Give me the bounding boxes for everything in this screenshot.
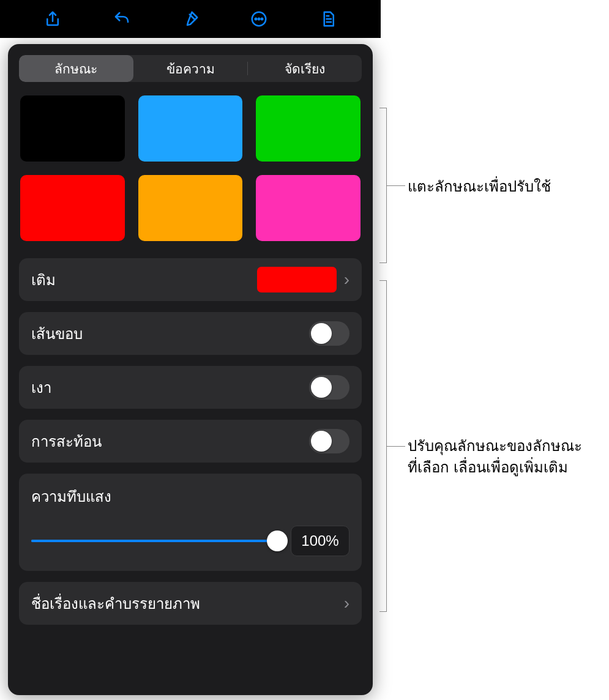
tab-style[interactable]: ลักษณะ xyxy=(19,55,133,82)
document-settings-icon[interactable] xyxy=(318,9,338,29)
format-tabs: ลักษณะ ข้อความ จัดเรียง xyxy=(19,55,362,82)
tab-arrange[interactable]: จัดเรียง xyxy=(247,55,362,82)
callout-bottom: ปรับคุณลักษณะของลักษณะ ที่เลือก เลื่อนเพ… xyxy=(408,436,582,478)
tab-text[interactable]: ข้อความ xyxy=(133,55,248,82)
swatch-magenta[interactable] xyxy=(256,175,361,241)
shadow-row: เงา xyxy=(19,366,362,409)
chevron-right-icon: › xyxy=(344,270,349,289)
border-row: เส้นขอบ xyxy=(19,312,362,355)
reflection-row: การสะท้อน xyxy=(19,420,362,463)
title-caption-label: ชื่อเรื่องและคำบรรยายภาพ xyxy=(31,592,337,616)
format-popover: ลักษณะ ข้อความ จัดเรียง เติม › xyxy=(8,44,373,695)
fill-swatch xyxy=(257,267,337,292)
fill-row[interactable]: เติม › xyxy=(19,258,362,301)
fill-label: เติม xyxy=(31,268,257,292)
undo-icon[interactable] xyxy=(111,9,132,29)
border-toggle[interactable] xyxy=(309,321,349,346)
border-label: เส้นขอบ xyxy=(31,322,309,346)
svg-point-3 xyxy=(261,18,263,20)
reflection-toggle[interactable] xyxy=(309,429,349,453)
share-icon[interactable] xyxy=(42,9,63,29)
shadow-toggle[interactable] xyxy=(309,375,349,400)
opacity-value: 100% xyxy=(291,526,349,556)
swatch-black[interactable] xyxy=(20,95,125,162)
opacity-section: ความทึบแสง 100% xyxy=(19,474,362,571)
chevron-right-icon: › xyxy=(344,594,349,613)
swatch-blue[interactable] xyxy=(138,95,243,162)
shadow-label: เงา xyxy=(31,376,309,400)
reflection-label: การสะท้อน xyxy=(31,430,309,453)
svg-point-1 xyxy=(255,18,257,20)
callout-top: แตะลักษณะเพื่อปรับใช้ xyxy=(408,176,551,198)
format-brush-icon[interactable] xyxy=(180,9,201,29)
top-toolbar xyxy=(0,0,381,38)
svg-point-2 xyxy=(258,18,260,20)
swatch-green[interactable] xyxy=(256,95,361,162)
annotation-layer: แตะลักษณะเพื่อปรับใช้ ปรับคุณลักษณะของลั… xyxy=(379,0,609,700)
more-icon[interactable] xyxy=(248,9,269,29)
opacity-slider[interactable] xyxy=(31,531,277,551)
opacity-label: ความทึบแสง xyxy=(31,485,349,508)
swatch-orange[interactable] xyxy=(138,175,243,241)
style-swatches xyxy=(19,95,362,241)
swatch-red[interactable] xyxy=(20,175,125,241)
title-caption-row[interactable]: ชื่อเรื่องและคำบรรยายภาพ › xyxy=(19,582,362,625)
